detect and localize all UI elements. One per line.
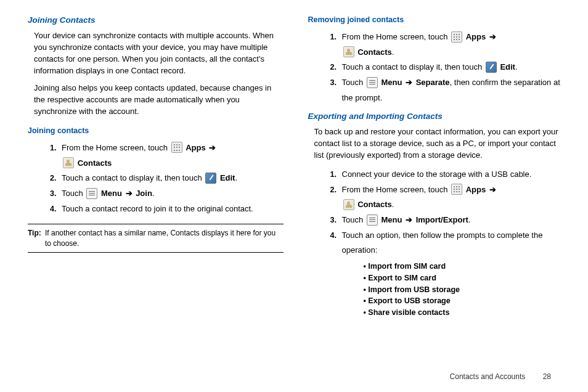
- export-step-1: Connect your device to the storage with …: [339, 167, 564, 182]
- separate-label: Separate: [416, 78, 450, 87]
- joining-para2: Joining also helps you keep contacts upd…: [34, 83, 284, 118]
- arrow-icon: ➔: [406, 215, 412, 224]
- step-text: Touch a contact to display it, then touc…: [62, 173, 204, 182]
- export-steps-list: Connect your device to the storage with …: [339, 167, 564, 319]
- joining-steps-list: From the Home screen, touch Apps ➔ Conta…: [59, 141, 284, 216]
- edit-icon: [486, 62, 497, 73]
- tip-label: Tip:: [28, 229, 41, 237]
- menu-label: Menu: [101, 189, 122, 198]
- menu-label: Menu: [381, 78, 402, 87]
- menu-icon: [367, 214, 378, 226]
- left-column: Joining Contacts Your device can synchro…: [28, 15, 284, 380]
- export-step-2: From the Home screen, touch Apps ➔ Conta…: [339, 182, 564, 213]
- arrow-icon: ➔: [489, 185, 496, 194]
- bullet-export-sim: Export to SIM card: [361, 272, 564, 284]
- edit-icon: [205, 173, 216, 184]
- export-import-heading: Exporting and Importing Contacts: [308, 112, 564, 121]
- menu-label: Menu: [381, 215, 402, 224]
- importexport-label: Import/Export: [416, 215, 468, 224]
- export-para: To back up and restore your contact info…: [314, 126, 564, 161]
- step-text: Touch: [62, 189, 85, 198]
- apps-label: Apps: [466, 32, 486, 41]
- step-text: Touch a contact to display it, then touc…: [342, 62, 484, 71]
- arrow-icon: ➔: [489, 32, 496, 41]
- joining-step-2: Touch a contact to display it, then touc…: [59, 171, 284, 186]
- join-label: Join: [136, 189, 152, 198]
- page-number: 28: [543, 372, 551, 381]
- apps-label: Apps: [186, 143, 206, 152]
- step-text: Touch: [342, 215, 365, 224]
- export-step-3: Touch Menu ➔ Import/Export.: [339, 213, 564, 228]
- removing-step-2: Touch a contact to display it, then touc…: [339, 60, 564, 75]
- bullet-share: Share visible contacts: [361, 307, 564, 319]
- right-column: Removing joined contacts From the Home s…: [308, 15, 564, 380]
- menu-icon: [367, 77, 378, 88]
- removing-heading: Removing joined contacts: [308, 15, 564, 24]
- joining-steps-heading: Joining contacts: [28, 126, 284, 135]
- export-step-4: Touch an option, then follow the prompts…: [339, 228, 564, 319]
- joining-para1: Your device can synchronize contacts wit…: [34, 30, 284, 76]
- contacts-label: Contacts: [357, 200, 392, 209]
- edit-label: Edit: [220, 173, 235, 182]
- removing-step-1: From the Home screen, touch Apps ➔ Conta…: [339, 30, 564, 60]
- apps-icon: [451, 31, 462, 43]
- removing-steps-list: From the Home screen, touch Apps ➔ Conta…: [339, 30, 564, 105]
- bullet-export-usb: Export to USB storage: [361, 295, 564, 307]
- step-text: From the Home screen, touch: [342, 32, 451, 41]
- joining-step-3: Touch Menu ➔ Join.: [59, 186, 284, 202]
- contacts-icon: [343, 199, 354, 210]
- contacts-label: Contacts: [357, 47, 392, 57]
- removing-step-3: Touch Menu ➔ Separate, then confirm the …: [339, 75, 564, 105]
- page-footer: Contacts and Accounts 28: [450, 372, 551, 381]
- joining-step-4: Touch a contact record to join it to the…: [59, 202, 284, 217]
- step-text: Touch: [342, 78, 365, 87]
- contacts-icon: [343, 46, 354, 57]
- export-options-list: Import from SIM card Export to SIM card …: [361, 261, 564, 319]
- step-text: Touch an option, then follow the prompts…: [342, 231, 543, 255]
- bullet-import-sim: Import from SIM card: [361, 261, 564, 272]
- joining-step-1: From the Home screen, touch Apps ➔ Conta…: [59, 141, 284, 171]
- tip-text: If another contact has a similar name, C…: [45, 228, 284, 248]
- arrow-icon: ➔: [126, 189, 133, 198]
- step-text: From the Home screen, touch: [62, 143, 170, 152]
- apps-icon: [171, 142, 182, 153]
- arrow-icon: ➔: [406, 78, 412, 87]
- joining-contacts-heading: Joining Contacts: [28, 15, 284, 25]
- contacts-icon: [63, 157, 74, 168]
- contacts-label: Contacts: [78, 158, 112, 168]
- edit-label: Edit: [500, 62, 515, 71]
- step-text: From the Home screen, touch: [342, 185, 451, 194]
- arrow-icon: ➔: [209, 143, 216, 152]
- tip-box: Tip: If another contact has a similar na…: [28, 224, 284, 252]
- bullet-import-usb: Import from USB storage: [361, 284, 564, 296]
- menu-icon: [86, 188, 97, 199]
- footer-section: Contacts and Accounts: [450, 372, 526, 381]
- apps-icon: [451, 184, 462, 195]
- apps-label: Apps: [466, 185, 486, 194]
